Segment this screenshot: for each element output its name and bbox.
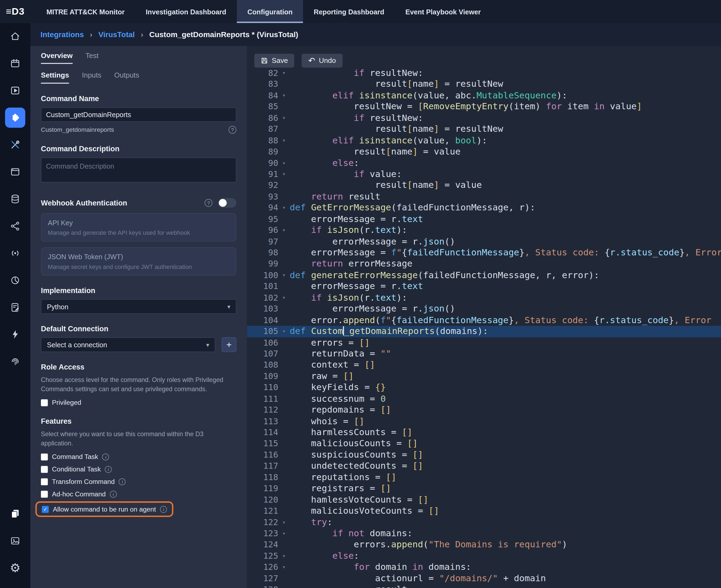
fold-arrow-icon[interactable]: ▾ [278,202,290,213]
code-editor[interactable]: Save ↶ Undo 82▾ if resultNew:83 result[n… [247,46,721,588]
code-line-86[interactable]: 86▾ if resultNew: [247,112,721,124]
code-line-114[interactable]: 114 harmlessCounts = [] [247,427,721,438]
fold-arrow-icon[interactable]: ▾ [278,135,290,146]
code-line-95[interactable]: 95 errorMessage = r.text [247,214,721,225]
help-icon[interactable]: ? [204,199,213,207]
code-line-99[interactable]: 99 return errorMessage [247,258,721,270]
fold-arrow-icon[interactable]: ▾ [278,90,290,101]
gallery-icon[interactable] [5,531,25,551]
breadcrumb-integrations[interactable]: Integrations [40,30,84,39]
fold-arrow-icon[interactable]: ▾ [278,517,290,528]
fold-arrow-icon[interactable]: ▾ [278,326,290,337]
fold-arrow-icon[interactable]: ▾ [278,292,290,303]
default-connection-select[interactable]: Select a connection ▾ [41,337,215,352]
fold-arrow-icon[interactable]: ▾ [278,562,290,573]
fold-arrow-icon[interactable]: ▾ [278,550,290,562]
fold-arrow-icon[interactable]: ▾ [278,225,290,236]
events-icon[interactable] [5,243,25,264]
code-line-116[interactable]: 116 suspiciousCounts = [] [247,449,721,461]
code-line-107[interactable]: 107 returnData = "" [247,348,721,359]
code-line-101[interactable]: 101 errorMessage = r.text [247,281,721,292]
info-icon[interactable]: i [119,478,126,485]
info-icon[interactable]: i [102,453,109,460]
nav-reporting-dashboard[interactable]: Reporting Dashboard [303,0,395,23]
code-line-110[interactable]: 110 keyFields = {} [247,382,721,393]
fold-arrow-icon[interactable]: ▾ [278,112,290,124]
code-line-82[interactable]: 82▾ if resultNew: [247,67,721,79]
code-line-98[interactable]: 98 errorMessage = f"{failedFunctionMessa… [247,247,721,258]
nav-investigation-dashboard[interactable]: Investigation Dashboard [135,0,237,23]
d3-logo[interactable]: ≡D3 [0,6,31,17]
subtab-outputs[interactable]: Outputs [114,71,139,84]
code-line-120[interactable]: 120 hamlessVoteCounts = [] [247,494,721,505]
code-line-112[interactable]: 112 repdomains = [] [247,404,721,416]
code-line-94[interactable]: 94▾def GetErrorMessage(failedFunctionMes… [247,202,721,213]
code-line-103[interactable]: 103 errorMessage = r.json() [247,303,721,314]
fingerprint-icon[interactable] [5,352,25,372]
code-line-121[interactable]: 121 maliciousVoteCounts = [] [247,506,721,517]
code-line-104[interactable]: 104 error.append(f"{failedFunctionMessag… [247,315,721,326]
info-icon[interactable]: i [160,506,167,512]
info-icon[interactable]: i [110,491,117,498]
subtab-settings[interactable]: Settings [41,71,69,84]
code-line-105[interactable]: 105▾def Custom_getDomainReports(domains)… [247,326,721,337]
code-line-84[interactable]: 84▾ elif isinstance(value, abc.MutableSe… [247,90,721,101]
code-line-115[interactable]: 115 maliciousCounts = [] [247,438,721,449]
integrations-icon[interactable] [5,108,25,128]
webhook-auth-toggle[interactable] [218,198,236,208]
code-line-128[interactable]: 128 result = [247,584,721,588]
utilities-icon[interactable] [5,135,25,155]
nav-mitre-att-ck-monitor[interactable]: MITRE ATT&CK Monitor [36,0,135,23]
nav-event-playbook-viewer[interactable]: Event Playbook Viewer [395,0,492,23]
code-line-87[interactable]: 87 result[name] = resultNew [247,124,721,135]
feature-checkbox-transform-command[interactable] [41,478,48,485]
fold-arrow-icon[interactable]: ▾ [278,528,290,539]
api-key-card[interactable]: API Key Manage and generate the API keys… [41,213,236,242]
code-line-89[interactable]: 89 result[name] = value [247,146,721,157]
info-icon[interactable]: i [105,466,112,472]
code-line-97[interactable]: 97 errorMessage = r.json() [247,236,721,247]
automation-icon[interactable] [5,324,25,345]
code-line-90[interactable]: 90▾ else: [247,158,721,169]
code-line-122[interactable]: 122▾ try: [247,517,721,528]
code-line-102[interactable]: 102▾ if isJson(r.text): [247,292,721,303]
code-line-85[interactable]: 85 resultNew = [RemoveEmptyEntry(item) f… [247,101,721,112]
incidents-icon[interactable] [5,54,25,74]
undo-button[interactable]: ↶ Undo [302,54,342,67]
code-line-126[interactable]: 126▾ for domain in domains: [247,562,721,573]
implementation-select[interactable]: Python ▾ [41,299,236,314]
home-icon[interactable] [5,26,25,47]
fold-arrow-icon[interactable]: ▾ [278,169,290,180]
save-button[interactable]: Save [254,54,294,67]
tab-overview[interactable]: Overview [41,51,73,64]
code-line-127[interactable]: 127 actionurl = "/domains/" + domain [247,573,721,584]
help-icon[interactable]: ? [228,126,236,134]
fold-arrow-icon[interactable]: ▾ [278,158,290,169]
privileged-checkbox[interactable] [41,399,48,406]
code-line-113[interactable]: 113 whois = [] [247,416,721,427]
connections-icon[interactable] [5,216,25,236]
code-line-100[interactable]: 100▾def generateErrorMessage(failedFunct… [247,270,721,281]
data-icon[interactable] [5,189,25,209]
forms-icon[interactable] [5,297,25,318]
code-line-108[interactable]: 108 context = [] [247,359,721,371]
code-line-96[interactable]: 96▾ if isJson(r.text): [247,225,721,236]
code-line-111[interactable]: 111 successnum = 0 [247,393,721,404]
code-line-109[interactable]: 109 raw = [] [247,371,721,382]
feature-checkbox-conditional-task[interactable] [41,466,48,472]
code-line-124[interactable]: 124 errors.append("The Domains is requir… [247,539,721,550]
code-line-117[interactable]: 117 undetectedCounts = [] [247,461,721,472]
tab-test[interactable]: Test [85,51,98,64]
feature-checkbox-ad-hoc-command[interactable] [41,491,48,498]
code-line-118[interactable]: 118 reputations = [] [247,472,721,483]
breadcrumb-virustotal[interactable]: VirusTotal [98,30,135,39]
code-line-92[interactable]: 92 result[name] = value [247,180,721,191]
code-line-125[interactable]: 125▾ else: [247,550,721,562]
copy-icon[interactable] [5,504,25,524]
apps-icon[interactable] [5,162,25,182]
code-line-88[interactable]: 88▾ elif isinstance(value, bool): [247,135,721,146]
command-name-input[interactable] [41,108,236,122]
add-connection-button[interactable]: + [222,337,236,352]
command-description-input[interactable] [41,158,236,183]
feature-checkbox-allow-command-to-be-run-on-agent[interactable]: ✓ [42,506,48,512]
